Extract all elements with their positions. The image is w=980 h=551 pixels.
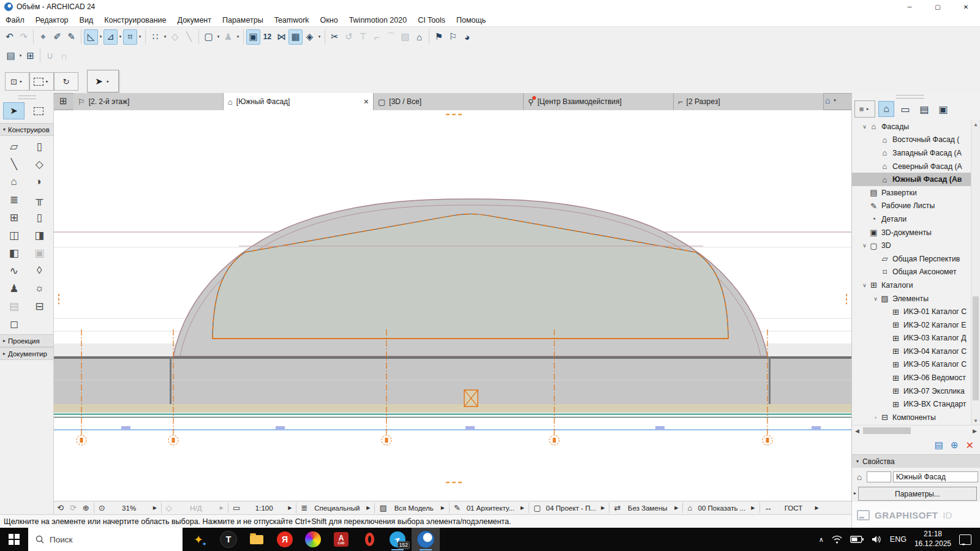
- tree-item-north-elevation[interactable]: ⌂Северный Фасад (А: [852, 160, 980, 173]
- rotate-view-button[interactable]: ↻: [54, 72, 78, 91]
- search-select-icon[interactable]: ⌖: [36, 29, 50, 45]
- master-layout-value[interactable]: 04 Проект - П...: [544, 504, 598, 512]
- graphic-override-menu[interactable]: ▶: [748, 505, 758, 511]
- menu-options[interactable]: Параметры: [217, 16, 269, 24]
- grid-snap-icon[interactable]: ∷: [148, 29, 162, 45]
- trim-icon[interactable]: ⌐: [370, 29, 384, 45]
- pen-set-menu[interactable]: ▶: [518, 505, 527, 511]
- stair-tool[interactable]: ≣: [1, 191, 27, 208]
- tab-second-floor[interactable]: ⚐ [2. 2-й этаж]: [74, 93, 224, 110]
- language-indicator[interactable]: ENG: [890, 535, 907, 544]
- battery-icon[interactable]: [850, 536, 864, 543]
- beam-tool[interactable]: ╲: [1, 156, 27, 173]
- dimension-standard-icon[interactable]: ↔: [761, 503, 775, 512]
- unlink-icon[interactable]: ∩: [57, 48, 71, 64]
- window-tool[interactable]: ◫: [1, 227, 27, 244]
- master-layout-icon[interactable]: ▢: [530, 503, 544, 512]
- lamp-tool[interactable]: ☼: [27, 280, 53, 297]
- tree-item-components[interactable]: ›⊟Компоненты: [852, 411, 980, 424]
- toolbox-section-design[interactable]: ▾ Конструиров: [0, 123, 53, 136]
- panel-tool[interactable]: ◻: [1, 315, 27, 332]
- snap-guides-dropdown[interactable]: ▾: [118, 34, 123, 39]
- menu-document[interactable]: Документ: [172, 16, 217, 24]
- taskbar-yandex-browser[interactable]: Я: [271, 528, 299, 551]
- menu-design[interactable]: Конструирование: [99, 16, 172, 24]
- maximize-button[interactable]: ▢: [924, 0, 952, 13]
- dimension-standard-menu[interactable]: ▶: [812, 505, 822, 511]
- editing-plane-icon[interactable]: ▦: [288, 29, 303, 45]
- flag-annotation-icon[interactable]: ⚑: [432, 29, 446, 45]
- link-icon[interactable]: ∪: [43, 48, 57, 64]
- solid-operations-icon[interactable]: ◈: [303, 29, 317, 45]
- model-filter-menu[interactable]: ▶: [438, 505, 448, 511]
- skylight-tool[interactable]: ◨: [27, 227, 53, 244]
- scroll-down-icon[interactable]: ▼: [971, 416, 980, 425]
- menu-help[interactable]: Помощь: [451, 16, 491, 24]
- layer-combination-value[interactable]: Специальный: [311, 504, 363, 512]
- tree-item-east-elevation[interactable]: ⌂Восточный Фасад (: [852, 133, 980, 147]
- graphic-override-icon[interactable]: ⌂: [684, 503, 695, 512]
- taskbar-search-input[interactable]: Поиск: [28, 528, 183, 551]
- menu-twinmotion[interactable]: Twinmotion 2020: [344, 16, 413, 24]
- rotated-grid-icon[interactable]: ◇: [168, 29, 182, 45]
- quad-view-icon[interactable]: ⊞: [59, 96, 67, 107]
- scroll-right-icon[interactable]: ▶: [973, 428, 977, 434]
- railing-tool[interactable]: ╥: [27, 191, 53, 208]
- scrollbar-thumb[interactable]: [973, 296, 979, 400]
- group-toggle-icon[interactable]: ▣: [246, 29, 260, 45]
- panel-flyout-icon[interactable]: ▸: [852, 490, 858, 496]
- menu-file[interactable]: Файл: [0, 16, 30, 24]
- taskbar-telegram[interactable]: ➤152: [383, 528, 412, 551]
- slab-tool[interactable]: ◇: [27, 156, 53, 173]
- opening-tool[interactable]: ▣: [27, 244, 53, 261]
- stretch-icon[interactable]: ▧: [398, 29, 412, 45]
- navigator-drag-handle[interactable]: [896, 95, 924, 99]
- tree-item-ike-07[interactable]: ⊞ИКЭ-07 Эксплика: [852, 384, 980, 398]
- scale-value[interactable]: 1:100: [243, 504, 285, 512]
- tab-interaction-center[interactable]: ⚲ [Центр Взаимодействия]: [524, 93, 674, 110]
- object-tool[interactable]: ♟: [1, 280, 27, 297]
- tree-item-ike-02[interactable]: ⊞ИКЭ-02 Каталог Е: [852, 318, 980, 332]
- column-tool[interactable]: ▯: [27, 138, 53, 155]
- taskbar-file-explorer[interactable]: [243, 528, 271, 551]
- equipment-tool[interactable]: ▤: [1, 298, 27, 315]
- trace-dropdown[interactable]: ▾: [216, 34, 221, 39]
- tab-overflow-button[interactable]: ⌂▾: [825, 96, 837, 105]
- layers-icon[interactable]: ≣: [298, 503, 311, 512]
- favorites-icon[interactable]: ⊞: [23, 48, 37, 64]
- renovation-menu[interactable]: ▶: [671, 505, 681, 511]
- redo-icon[interactable]: ↷: [17, 29, 31, 45]
- zoom-level-menu[interactable]: ▶: [150, 505, 160, 511]
- master-layout-menu[interactable]: ▶: [598, 505, 608, 511]
- tab-close-icon[interactable]: ×: [360, 97, 369, 107]
- gravity-icon[interactable]: ╲: [182, 29, 196, 45]
- wifi-icon[interactable]: [832, 535, 842, 544]
- menu-teamwork[interactable]: Teamwork: [269, 16, 315, 24]
- project-map-button[interactable]: ⌂: [878, 101, 894, 117]
- zoom-previous-icon[interactable]: ⟲: [54, 503, 67, 512]
- split-icon[interactable]: ✂: [328, 29, 342, 45]
- door-tool[interactable]: ▯: [27, 209, 53, 226]
- zoom-in-icon[interactable]: ⊕: [80, 503, 92, 512]
- menu-edit[interactable]: Редактор: [30, 16, 74, 24]
- taskbar-autocad[interactable]: ACAD: [327, 528, 355, 551]
- tree-item-details[interactable]: ◔Детали: [852, 212, 980, 226]
- toolbox-section-document[interactable]: ▸ Документир: [0, 347, 53, 360]
- tree-item-3d-folder[interactable]: ∨▢3D: [852, 239, 980, 252]
- tree-item-elevations-folder[interactable]: ∨⌂Фасады: [852, 120, 980, 133]
- taskbar-clock[interactable]: 21:18 16.12.2025: [914, 530, 951, 549]
- guide-lines-icon[interactable]: ◺: [84, 29, 98, 45]
- parameters-button[interactable]: Параметры...: [858, 487, 977, 501]
- scale-menu[interactable]: ▶: [285, 505, 295, 511]
- taskbar-archicad[interactable]: [412, 528, 440, 551]
- close-navigator-icon[interactable]: ✕: [966, 440, 974, 451]
- tree-item-ike-vh[interactable]: ⊞ИКЭ-ВХ Стандарт: [852, 397, 980, 411]
- coordinates-dropdown[interactable]: ▾: [137, 34, 143, 39]
- tree-item-ike-05[interactable]: ⊞ИКЭ-05 Каталог С: [852, 358, 980, 372]
- notification-center-icon[interactable]: [959, 534, 971, 545]
- virtual-trace-dropdown[interactable]: ▾: [235, 34, 241, 39]
- virtual-trace-icon[interactable]: ♟: [221, 29, 235, 45]
- layers-menu[interactable]: ▶: [363, 505, 373, 511]
- orientation-menu[interactable]: ▶: [217, 505, 227, 511]
- view-name-field[interactable]: Южный Фасад: [893, 471, 978, 482]
